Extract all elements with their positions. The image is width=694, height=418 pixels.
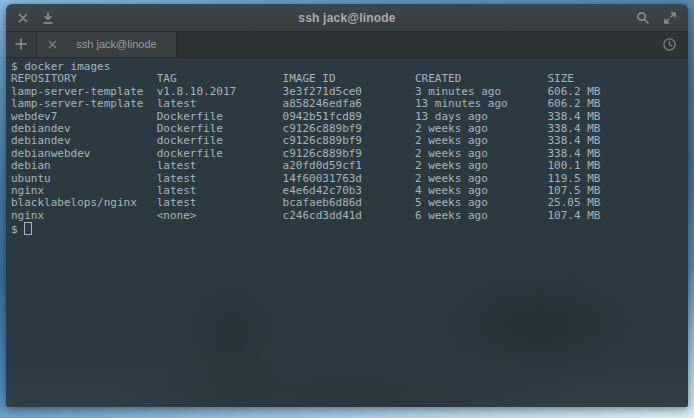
search-button[interactable] bbox=[636, 11, 650, 25]
minimize-window-button[interactable] bbox=[41, 11, 55, 25]
tab-bar: ssh jack@linode bbox=[6, 32, 688, 58]
tab-ssh-session[interactable]: ssh jack@linode bbox=[37, 32, 177, 57]
history-clock-icon bbox=[662, 37, 677, 52]
window-title: ssh jack@linode bbox=[6, 4, 688, 32]
plus-icon bbox=[15, 38, 27, 50]
titlebar[interactable]: ssh jack@linode bbox=[6, 4, 688, 32]
expand-icon bbox=[663, 11, 677, 25]
search-icon bbox=[636, 11, 650, 25]
minimize-icon bbox=[41, 11, 55, 25]
wallpaper-silhouette bbox=[6, 267, 688, 407]
close-window-button[interactable] bbox=[16, 11, 30, 25]
history-button[interactable] bbox=[662, 37, 677, 52]
tab-label: ssh jack@linode bbox=[63, 32, 170, 57]
terminal-window: ssh jack@linode ssh jack@lin bbox=[6, 4, 688, 407]
terminal-cursor bbox=[24, 222, 32, 235]
fullscreen-button[interactable] bbox=[663, 11, 677, 25]
close-tab-button[interactable] bbox=[47, 39, 58, 50]
terminal-output: $ docker images REPOSITORY TAG IMAGE ID … bbox=[11, 61, 600, 237]
close-icon bbox=[47, 39, 58, 50]
close-icon bbox=[16, 11, 30, 25]
new-tab-button[interactable] bbox=[6, 32, 37, 57]
terminal-pane[interactable]: $ docker images REPOSITORY TAG IMAGE ID … bbox=[6, 58, 688, 407]
